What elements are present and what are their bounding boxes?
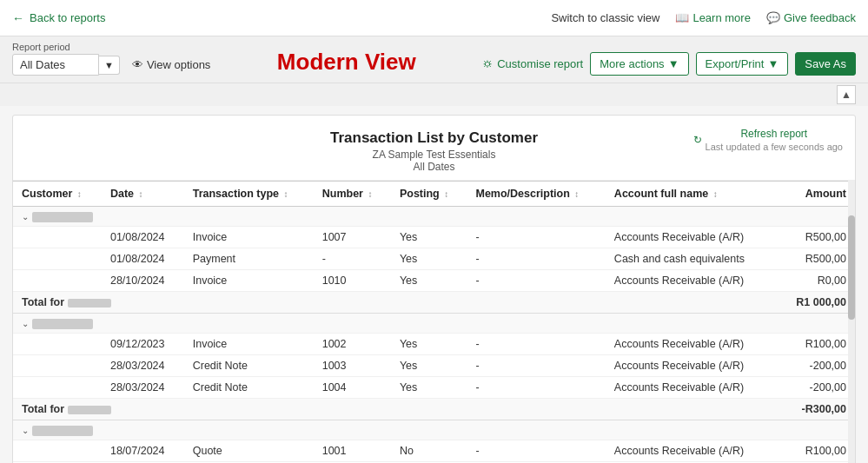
scrollbar-thumb[interactable] [848,215,855,320]
learn-more-link[interactable]: 📖 Learn more [675,11,750,24]
sort-icon-number: ↕ [368,189,372,199]
table-row[interactable]: 09/12/2023 Invoice 1002 Yes - Accounts R… [13,334,855,355]
cell-amount: R500,00 [775,227,855,248]
book-icon: 📖 [675,11,689,24]
sort-icon-account: ↕ [713,189,718,199]
cell-memo: - [467,355,606,377]
give-feedback-link[interactable]: 💬 Give feedback [766,11,856,24]
col-type[interactable]: Transaction type ↕ [184,182,314,207]
toolbar-left: Report period All Dates ▼ 👁 View options [12,42,210,76]
customer-name-blurred [32,212,93,222]
switch-classic-view[interactable]: Switch to classic view [551,11,659,24]
table-row[interactable]: 28/03/2024 Credit Note 1003 Yes - Accoun… [13,355,855,377]
scroll-up-button[interactable]: ▲ [837,85,856,104]
col-memo[interactable]: Memo/Description ↕ [467,182,606,207]
col-customer[interactable]: Customer ↕ [13,182,102,207]
cell-type: Credit Note [184,355,314,377]
cell-posting: Yes [391,227,467,248]
sort-icon-date: ↕ [139,189,143,199]
back-arrow-icon: ← [12,11,24,25]
cell-date: 18/07/2024 [102,440,184,462]
cell-customer [13,334,102,355]
group-header-row[interactable]: ⌄ [13,207,855,227]
table-header: Customer ↕ Date ↕ Transaction type ↕ Num… [13,182,855,207]
cell-amount: R100,00 [775,334,855,355]
cell-account: Accounts Receivable (A/R) [606,440,775,462]
cell-amount: R100,00 [775,440,855,462]
cell-customer [13,248,102,270]
refresh-icon: ↻ [693,134,702,146]
view-options-button[interactable]: 👁 View options [132,58,210,71]
cell-date: 01/08/2024 [102,227,184,248]
col-number[interactable]: Number ↕ [314,182,391,207]
table-row[interactable]: 28/10/2024 Invoice 1010 Yes - Accounts R… [13,270,855,292]
cell-number: 1004 [314,377,391,399]
cell-memo: - [467,248,606,270]
cell-posting: No [391,440,467,462]
table-row[interactable]: 18/07/2024 Quote 1001 No - Accounts Rece… [13,440,855,462]
period-caret-icon[interactable]: ▼ [99,56,120,75]
cell-amount: R0,00 [775,270,855,292]
table-body: ⌄ 01/08/2024 Invoice 1007 Yes - Accounts… [13,207,855,464]
report-header: Transaction List by Customer ZA Sample T… [13,116,855,181]
cell-posting: Yes [391,355,467,377]
col-date[interactable]: Date ↕ [102,182,184,207]
toolbar-right: ⛭ Customise report More actions ▼ Export… [482,52,856,76]
back-label: Back to reports [30,11,105,24]
customise-report-button[interactable]: ⛭ Customise report [482,57,583,70]
total-amount: R1 000,00 [775,292,855,314]
cell-date: 28/10/2024 [102,270,184,292]
export-caret-icon: ▼ [767,57,779,70]
cell-number: 1007 [314,227,391,248]
scroll-hint-bar: ▲ [0,83,868,106]
cell-posting: Yes [391,270,467,292]
sliders-icon: ⛭ [482,57,494,70]
table-row[interactable]: 01/08/2024 Payment - Yes - Cash and cash… [13,248,855,270]
total-customer-blur [68,406,111,414]
table-row[interactable]: 01/08/2024 Invoice 1007 Yes - Accounts R… [13,227,855,248]
cell-type: Invoice [184,334,314,355]
sort-icon-type: ↕ [284,189,288,199]
cell-amount: -200,00 [775,355,855,377]
scrollbar-track[interactable] [848,181,855,463]
sort-icon-posting: ↕ [444,189,448,199]
total-label: Total for [13,292,775,314]
report-dates: All Dates [30,161,838,173]
group-header-row[interactable]: ⌄ [13,420,855,440]
back-to-reports[interactable]: ← Back to reports [12,11,105,25]
cell-customer [13,227,102,248]
period-dropdown[interactable]: All Dates [12,54,99,76]
export-print-button[interactable]: Export/Print ▼ [696,52,789,76]
transactions-table: Customer ↕ Date ↕ Transaction type ↕ Num… [13,181,855,463]
col-amount: Amount [775,182,855,207]
cell-number: 1002 [314,334,391,355]
cell-customer [13,270,102,292]
cell-account: Accounts Receivable (A/R) [606,334,775,355]
table-row[interactable]: 28/03/2024 Credit Note 1004 Yes - Accoun… [13,377,855,399]
total-customer-blur [68,299,111,308]
save-as-button[interactable]: Save As [795,52,856,76]
cell-posting: Yes [391,248,467,270]
refresh-report-button[interactable]: ↻ Refresh report Last updated a few seco… [693,128,843,152]
group-header-row[interactable]: ⌄ [13,314,855,334]
cell-memo: - [467,440,606,462]
cell-type: Payment [184,248,314,270]
sort-icon-memo: ↕ [574,189,579,199]
cell-amount: R500,00 [775,248,855,270]
report-period-select: All Dates ▼ 👁 View options [12,54,210,76]
cell-type: Invoice [184,270,314,292]
cell-number: 1003 [314,355,391,377]
col-posting[interactable]: Posting ↕ [391,182,467,207]
cell-type: Quote [184,440,314,462]
cell-account: Accounts Receivable (A/R) [606,227,775,248]
col-account[interactable]: Account full name ↕ [606,182,775,207]
cell-memo: - [467,227,606,248]
cell-customer [13,355,102,377]
group-chevron-icon: ⌄ [22,319,29,328]
cell-date: 01/08/2024 [102,248,184,270]
cell-account: Accounts Receivable (A/R) [606,270,775,292]
more-actions-button[interactable]: More actions ▼ [590,52,688,76]
feedback-icon: 💬 [766,11,780,24]
group-chevron-icon: ⌄ [22,426,29,435]
group-chevron-icon: ⌄ [22,212,29,222]
